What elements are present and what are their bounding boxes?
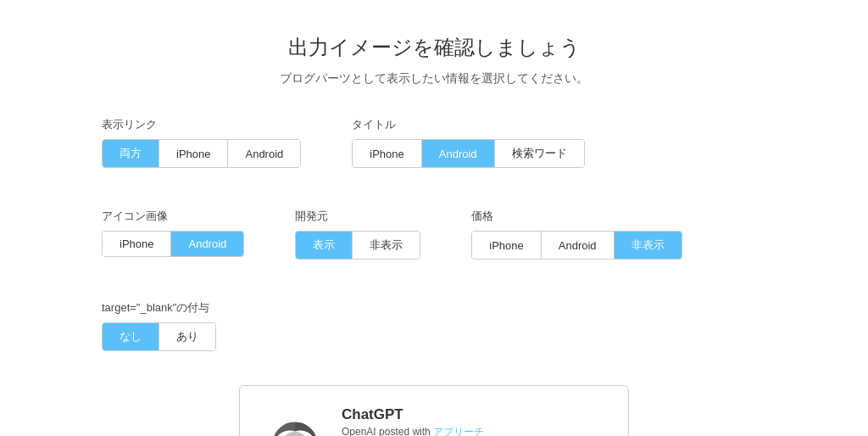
display-link-group: 表示リンク 両方 iPhone Android bbox=[102, 117, 301, 168]
price-buttons: iPhone Android 非表示 bbox=[471, 231, 682, 260]
app-icon bbox=[265, 415, 325, 436]
preview-card: ChatGPT OpenAI posted with アプリーチ  からダウン… bbox=[239, 385, 629, 436]
title-buttons: iPhone Android 検索ワード bbox=[352, 139, 584, 168]
title-group: タイトル iPhone Android 検索ワード bbox=[352, 117, 584, 168]
developer-group: 開発元 表示 非表示 bbox=[295, 209, 420, 260]
developer-btn-hide[interactable]: 非表示 bbox=[353, 232, 420, 259]
target-blank-btn-yes[interactable]: あり bbox=[159, 323, 215, 350]
target-blank-label: target="_blank"の付与 bbox=[102, 300, 766, 316]
page-title: 出力イメージを確認しましょう bbox=[17, 34, 851, 61]
title-label: タイトル bbox=[352, 117, 584, 132]
price-group: 価格 iPhone Android 非表示 bbox=[471, 209, 682, 260]
preview-content: ChatGPT OpenAI posted with アプリーチ  からダウン… bbox=[342, 406, 603, 436]
display-link-label: 表示リンク bbox=[102, 117, 301, 132]
display-link-buttons: 両方 iPhone Android bbox=[102, 139, 301, 168]
app-name: ChatGPT bbox=[342, 406, 603, 423]
icon-image-group: アイコン画像 iPhone Android bbox=[102, 209, 244, 260]
page-subtitle: ブログパーツとして表示したい情報を選択してください。 bbox=[17, 71, 851, 87]
target-blank-buttons: なし あり bbox=[102, 322, 216, 351]
title-btn-android[interactable]: Android bbox=[422, 140, 495, 167]
price-label: 価格 bbox=[471, 209, 682, 224]
appreach-link[interactable]: アプリーチ bbox=[433, 426, 484, 436]
posted-info: OpenAI posted with アプリーチ bbox=[342, 425, 603, 436]
icon-image-label: アイコン画像 bbox=[102, 209, 244, 224]
icon-image-btn-android[interactable]: Android bbox=[171, 232, 243, 256]
price-btn-android[interactable]: Android bbox=[542, 232, 615, 259]
developer-label: 開発元 bbox=[295, 209, 420, 224]
display-link-btn-iphone[interactable]: iPhone bbox=[159, 140, 228, 167]
icon-image-btn-iphone[interactable]: iPhone bbox=[103, 232, 171, 256]
developer-buttons: 表示 非表示 bbox=[295, 231, 420, 260]
title-btn-keyword[interactable]: 検索ワード bbox=[495, 140, 584, 167]
icon-image-buttons: iPhone Android bbox=[102, 231, 244, 257]
developer-btn-show[interactable]: 表示 bbox=[296, 232, 353, 259]
preview-section: ChatGPT OpenAI posted with アプリーチ  からダウン… bbox=[17, 385, 851, 436]
display-link-btn-android[interactable]: Android bbox=[228, 140, 300, 167]
display-link-btn-both[interactable]: 両方 bbox=[103, 140, 159, 167]
posted-text: OpenAI posted with bbox=[342, 426, 431, 436]
title-btn-iphone[interactable]: iPhone bbox=[353, 140, 421, 167]
price-btn-hide[interactable]: 非表示 bbox=[615, 232, 682, 259]
price-btn-iphone[interactable]: iPhone bbox=[472, 232, 541, 259]
target-blank-btn-none[interactable]: なし bbox=[103, 323, 159, 350]
target-blank-group: target="_blank"の付与 なし あり bbox=[102, 300, 766, 351]
